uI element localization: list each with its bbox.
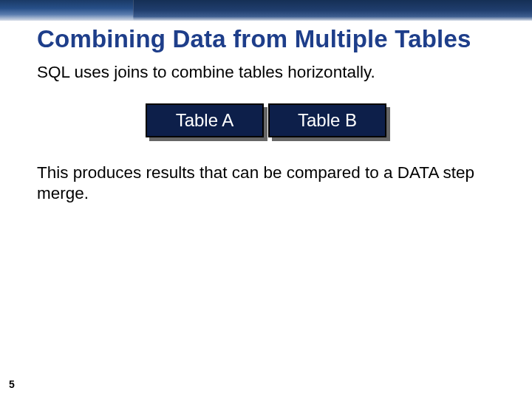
page-number: 5	[9, 378, 15, 390]
table-b-wrap: Table B	[268, 103, 386, 137]
table-a-box: Table A	[146, 103, 264, 137]
table-a-wrap: Table A	[146, 103, 264, 137]
table-a-label: Table A	[176, 110, 234, 131]
table-b-label: Table B	[298, 110, 357, 131]
slide-body: This produces results that can be compar…	[37, 163, 495, 204]
tables-row: Table A Table B	[37, 103, 495, 137]
table-b-box: Table B	[268, 103, 386, 137]
header-band-overlay	[133, 0, 532, 21]
slide-content: Combining Data from Multiple Tables SQL …	[0, 21, 532, 204]
slide-title: Combining Data from Multiple Tables	[37, 25, 495, 53]
slide-subtitle: SQL uses joins to combine tables horizon…	[37, 62, 495, 83]
header-band	[0, 0, 532, 21]
